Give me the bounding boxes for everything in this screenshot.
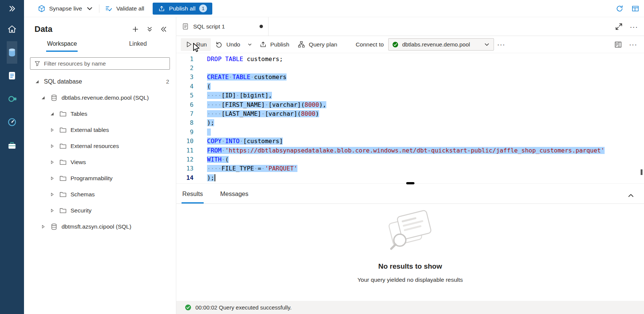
pool-name: dbtlabs.revenue.demo.pool <box>402 41 480 48</box>
more-icon: ··· <box>630 23 638 30</box>
tab-results[interactable]: Results <box>182 186 204 203</box>
code-line-4[interactable]: 4( <box>176 82 644 91</box>
tab-more-button[interactable]: ··· <box>627 19 641 34</box>
upload-icon <box>158 5 165 12</box>
nav-rail-items <box>7 17 17 157</box>
nav-rail-item-integrate[interactable] <box>7 88 17 110</box>
line-number: 9 <box>176 129 194 136</box>
tree-item-label: dbtmsft.azsyn.cipool (SQL) <box>62 223 131 230</box>
properties-panel-icon <box>614 40 622 49</box>
undo-label: Undo <box>226 41 240 48</box>
tree-item-label: Programmability <box>71 175 113 182</box>
line-text: ); <box>194 174 215 181</box>
monitor-icon <box>7 117 17 127</box>
check-circle-icon <box>392 41 399 48</box>
tree-item-dbtlabs-revenue-demo-pool-sql[interactable]: dbtlabs.revenue.demo.pool (SQL) <box>24 90 176 106</box>
sql-script-icon <box>182 22 189 30</box>
tree-item-external-resources[interactable]: External resources <box>24 138 176 154</box>
tabstrip-actions: ··· <box>612 19 641 34</box>
manage-icon <box>7 140 17 151</box>
line-text: ); <box>194 119 214 126</box>
undo-dropdown-button[interactable] <box>245 38 255 51</box>
line-text <box>194 129 211 136</box>
line-text: CREATE·TABLE·customers <box>194 73 287 81</box>
add-resource-button[interactable] <box>129 23 141 35</box>
collapse-node-icon[interactable] <box>40 94 47 101</box>
tree-item-views[interactable]: Views <box>24 154 176 170</box>
nav-rail-item-data[interactable] <box>7 41 17 64</box>
tree-item-external-tables[interactable]: External tables <box>24 122 176 138</box>
folder-icon <box>59 190 67 199</box>
unsaved-changes-dot <box>260 25 263 28</box>
grid-view-button[interactable] <box>628 1 642 16</box>
undo-button[interactable]: Undo <box>211 38 244 51</box>
expand-editor-button[interactable] <box>612 19 626 34</box>
collapse-panel-button[interactable] <box>158 23 170 35</box>
code-line-11[interactable]: 11FROM·'https://dbtlabsynapsedatalake.bl… <box>176 146 644 155</box>
code-lines: 1DROP TABLE customers;23CREATE·TABLE·cus… <box>176 54 644 182</box>
code-line-7[interactable]: 7····[LAST_NAME]·[varchar](8000) <box>176 109 644 118</box>
expand-node-icon[interactable] <box>49 159 56 166</box>
publish-button[interactable]: Publish <box>255 38 294 51</box>
code-line-13[interactable]: 13····FILE_TYPE·=·'PARQUET' <box>176 164 644 173</box>
expand-node-icon[interactable] <box>49 143 56 150</box>
refresh-button[interactable] <box>612 1 627 16</box>
editor-toolbar: Run Undo Publish Query plan Connect to d… <box>176 36 644 53</box>
validate-all-button[interactable]: Validate all <box>99 0 150 17</box>
pool-select-dropdown[interactable]: dbtlabs.revenue.demo.pool <box>388 38 494 51</box>
toolbar-overflow-button[interactable]: ··· <box>626 37 640 52</box>
code-line-1[interactable]: 1DROP TABLE customers; <box>176 54 644 63</box>
tree-item-sql-database[interactable]: SQL database2 <box>24 73 176 90</box>
add-icon <box>132 26 139 33</box>
chevron-up-icon <box>627 192 635 199</box>
mode-selector[interactable]: Synapse live <box>32 0 99 17</box>
code-line-2[interactable]: 2 <box>176 63 644 72</box>
expand-node-icon[interactable] <box>49 175 56 182</box>
nav-rail-item-manage[interactable] <box>7 134 17 157</box>
nav-rail-item-home[interactable] <box>7 18 17 40</box>
code-line-6[interactable]: 6····[FIRST_NAME]·[varchar](8000), <box>176 100 644 109</box>
tree-item-schemas[interactable]: Schemas <box>24 186 176 202</box>
folder-icon <box>59 110 67 118</box>
collapse-all-button[interactable] <box>144 23 156 35</box>
tab-linked[interactable]: Linked <box>100 38 176 52</box>
code-line-14[interactable]: 14); <box>176 173 644 182</box>
tree-item-tables[interactable]: Tables <box>24 106 176 122</box>
line-number: 5 <box>176 92 194 99</box>
collapse-node-icon[interactable] <box>49 111 56 117</box>
collapse-results-button[interactable] <box>624 188 638 203</box>
line-number: 1 <box>176 55 194 63</box>
publish-all-button[interactable]: Publish all 1 <box>153 3 213 15</box>
query-status-bar: 00:00:02 Query executed successfully. <box>176 301 644 314</box>
nav-rail-item-monitor[interactable] <box>7 111 17 133</box>
tab-workspace[interactable]: Workspace <box>24 38 100 52</box>
tree-item-security[interactable]: Security <box>24 202 176 218</box>
code-line-12[interactable]: 12WITH·( <box>176 155 644 164</box>
code-line-3[interactable]: 3CREATE·TABLE·customers <box>176 73 644 82</box>
collapse-node-icon[interactable] <box>34 78 41 85</box>
properties-button[interactable] <box>611 37 625 52</box>
code-line-8[interactable]: 8); <box>176 118 644 127</box>
code-line-5[interactable]: 5····[ID]·[bigint], <box>176 91 644 100</box>
tab-messages[interactable]: Messages <box>219 186 249 203</box>
code-line-10[interactable]: 10COPY·INTO·[customers] <box>176 137 644 146</box>
sql-code-editor[interactable]: 1DROP TABLE customers;23CREATE·TABLE·cus… <box>176 53 644 183</box>
expand-node-icon[interactable] <box>49 191 56 198</box>
tab-sql-script-1[interactable]: SQL script 1 <box>176 17 269 36</box>
nav-rail <box>0 0 24 314</box>
expand-node-icon[interactable] <box>49 207 56 214</box>
toolbar-more-button[interactable]: ··· <box>494 37 508 52</box>
query-plan-button[interactable]: Query plan <box>293 38 341 51</box>
expand-nav-button[interactable] <box>0 0 24 17</box>
expand-node-icon[interactable] <box>49 127 56 133</box>
tree-item-dbtmsft-azsyn-cipool-sql[interactable]: dbtmsft.azsyn.cipool (SQL) <box>24 218 176 235</box>
filter-resources-input[interactable] <box>44 60 166 67</box>
tree-item-programmability[interactable]: Programmability <box>24 170 176 186</box>
expand-node-icon[interactable] <box>40 223 47 230</box>
splitter-handle[interactable] <box>406 182 414 184</box>
nav-rail-item-develop[interactable] <box>7 64 17 87</box>
line-number: 2 <box>176 64 194 72</box>
tab-results-label: Results <box>182 190 203 197</box>
code-line-9[interactable]: 9 <box>176 127 644 136</box>
run-button[interactable]: Run <box>181 38 211 51</box>
